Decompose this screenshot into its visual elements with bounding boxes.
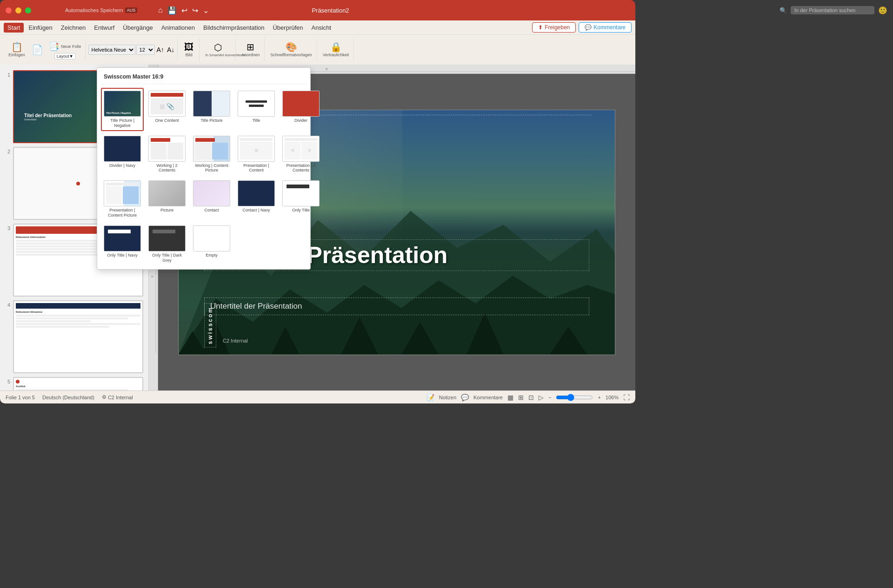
menu-entwurf[interactable]: Entwurf <box>90 23 118 33</box>
layout-only-title[interactable]: Only Title <box>280 178 322 221</box>
share-button[interactable]: ⬆ Freigeben <box>532 22 576 33</box>
anordnen-button[interactable]: ⊞ Anordnen <box>239 41 262 58</box>
smartart-label: In SmartArt konvertieren <box>205 53 231 57</box>
slide-thumb-4[interactable]: 4 Dokument Hinweise <box>0 298 148 375</box>
vertraulich-button[interactable]: 🔒 Vertraulichkeit <box>320 41 352 58</box>
share-label: Freigeben <box>545 24 570 31</box>
title-bar: Automatisches Speichern AUS ⌂ 💾 ↩ ↪ ⌄ Pr… <box>0 0 635 20</box>
slide-classification: C2 Internal <box>223 338 248 344</box>
layout-working-2cont[interactable]: Working | 2 Contents <box>146 133 188 176</box>
layout-working-cont-pic[interactable]: Working | Content Picture <box>190 133 233 176</box>
reading-view-icon[interactable]: ⊡ <box>528 394 534 401</box>
close-button[interactable] <box>6 7 12 13</box>
vertraulich-icon: 🔒 <box>330 42 342 52</box>
slide-thumb-5[interactable]: 5 Ausblick <box>0 375 148 390</box>
layout-dropdown-trigger[interactable]: Layout ▼ <box>54 53 76 59</box>
fullscreen-button[interactable] <box>25 7 31 13</box>
layout-divider[interactable]: Divider <box>280 88 322 131</box>
menu-zeichnen[interactable]: Zeichnen <box>57 23 89 33</box>
save-icon[interactable]: 💾 <box>167 6 177 15</box>
layout-only-title-dg[interactable]: Only Title | Dark Grey <box>146 223 188 266</box>
zoom-in-icon[interactable]: + <box>598 395 600 400</box>
layout-picture[interactable]: Picture <box>146 178 188 221</box>
layout-thumb-only-title-dg <box>148 225 186 251</box>
layout-divider-navy[interactable]: Divider | Navy <box>101 133 144 176</box>
bild-button[interactable]: 🖼 Bild <box>180 41 197 58</box>
layout-dropdown-panel: Swisscom Master 16:9 Title Picture | Neg… <box>97 67 311 270</box>
vertraulich-label: Vertraulichkeit <box>323 53 349 57</box>
slide-subtitle[interactable]: Untertitel der Präsentation <box>210 302 583 311</box>
menu-ueberpruefen[interactable]: Überprüfen <box>269 23 307 33</box>
comments-button[interactable]: 💬 <box>461 394 469 401</box>
comments-label[interactable]: Kommentare <box>473 395 503 400</box>
layout-pres-cont-pic[interactable]: Presentation | Content Picture <box>101 178 144 221</box>
language-info: Deutsch (Deutschland) <box>42 395 94 400</box>
redo-icon[interactable]: ↪ <box>192 6 198 15</box>
toolbar-group-smartart: ⬡ In SmartArt konvertieren <box>200 39 236 61</box>
zoom-percent: 106% <box>606 395 619 400</box>
more-icon[interactable]: ⌄ <box>203 6 209 15</box>
layout-pres-2cont[interactable]: ⊞ ⊞ Presentation | 2 Contents <box>280 133 322 176</box>
auto-save-badge[interactable]: AUS <box>125 7 138 13</box>
minimize-button[interactable] <box>15 7 21 13</box>
layout-thumb-empty <box>193 225 230 251</box>
notes-button[interactable]: 📝 <box>427 394 434 401</box>
slide-sorter-icon[interactable]: ⊞ <box>518 394 524 401</box>
subtitle-text-box[interactable]: Untertitel der Präsentation <box>204 297 589 315</box>
status-right: 📝 Notizen 💬 Kommentare ▦ ⊞ ⊡ ▷ − + 106% … <box>427 394 630 401</box>
layout-label-empty: Empty <box>206 253 218 258</box>
copy-button[interactable]: 📄 <box>29 44 46 55</box>
layout-contact[interactable]: Contact <box>190 178 233 221</box>
schnellformat-button[interactable]: 🎨 Schnellformatvorlagen <box>267 41 315 58</box>
menu-ansicht[interactable]: Ansicht <box>308 23 335 33</box>
notes-label[interactable]: Notizen <box>439 395 456 400</box>
ribbon: Start Einfügen Zeichnen Entwurf Übergäng… <box>0 20 635 65</box>
slide-logo: swisscom <box>207 306 213 344</box>
menu-animationen[interactable]: Animationen <box>158 23 199 33</box>
layout-thumb-contact-navy <box>238 180 275 206</box>
layout-label-one-content: One Content <box>155 118 179 123</box>
layout-label-picture: Picture <box>160 208 173 213</box>
layout-thumb-working-cont-pic <box>193 136 230 162</box>
zoom-out-icon[interactable]: − <box>548 395 551 400</box>
layout-empty[interactable]: Empty <box>190 223 233 266</box>
layout-title-pic-neg[interactable]: Title Picture | Negative Title Picture |… <box>101 88 144 131</box>
einfuegen-label: Einfügen <box>8 53 25 57</box>
layout-label-contact-navy: Contact | Navy <box>243 208 270 213</box>
undo-icon[interactable]: ↩ <box>181 6 187 15</box>
font-increase-icon[interactable]: A↑ <box>156 45 165 54</box>
layout-thumb-title <box>238 91 275 117</box>
layout-label-title: Title <box>253 118 260 123</box>
layout-only-title-navy[interactable]: Only Title | Navy <box>101 223 144 266</box>
slide-canvas-5: Ausblick <box>13 377 143 390</box>
slide-classification-box[interactable]: C2 Internal <box>223 336 248 344</box>
menu-uebergaenge[interactable]: Übergänge <box>119 23 156 33</box>
layout-contact-navy[interactable]: Contact | Navy <box>235 178 278 221</box>
layout-thumb-pres-content: ⊞ <box>238 136 275 162</box>
font-size-select[interactable]: 12 <box>136 45 155 55</box>
layout-thumb-only-title-navy <box>104 225 141 251</box>
layout-title-pic[interactable]: Title Picture <box>190 88 233 131</box>
menu-einfuegen[interactable]: Einfügen <box>25 23 56 33</box>
layout-pres-content[interactable]: ⊞ Presentation | Content <box>235 133 278 176</box>
slide-show-icon[interactable]: ▷ <box>539 394 544 401</box>
comment-button[interactable]: 💬 Kommentare <box>579 22 632 33</box>
home-icon[interactable]: ⌂ <box>158 6 163 14</box>
smartart-button[interactable]: ⬡ In SmartArt konvertieren <box>202 42 233 58</box>
toolbar-group-folie: 📋 Einfügen 📄 📑 Neue Folie Layout ▼ <box>4 39 86 61</box>
layout-title[interactable]: Title <box>235 88 278 131</box>
font-family-select[interactable]: Helvetica Neue <box>88 45 135 55</box>
menu-bildschirm[interactable]: Bildschirmpräsentation <box>200 23 268 33</box>
slide-info: Folie 1 von 5 <box>6 395 35 400</box>
normal-view-icon[interactable]: ▦ <box>507 394 513 401</box>
zoom-slider[interactable] <box>556 394 593 401</box>
neue-folie-button[interactable]: 📑 Neue Folie <box>47 40 83 53</box>
fit-window-icon[interactable]: ⛶ <box>623 394 630 401</box>
menu-start[interactable]: Start <box>4 23 24 33</box>
font-decrease-icon[interactable]: A↓ <box>166 45 175 54</box>
svg-text:9: 9 <box>151 276 154 277</box>
einfuegen-button[interactable]: 📋 Einfügen <box>6 41 28 58</box>
share-icon: ⬆ <box>538 24 543 31</box>
layout-one-content[interactable]: ⊞ 📎 One Content <box>146 88 188 131</box>
slide-logo-box[interactable]: swisscom <box>204 303 216 347</box>
